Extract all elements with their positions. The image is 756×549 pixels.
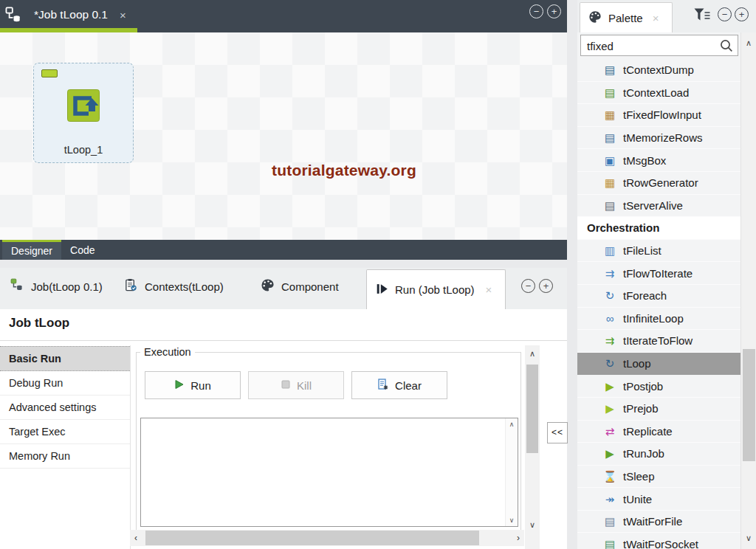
collapse-panel-button[interactable]: << [547, 422, 568, 443]
console-scrollbar[interactable]: ∧ ∨ [505, 418, 518, 526]
palette-item-label: tServerAlive [623, 199, 683, 212]
twaitforsocket-icon: ▤ [602, 539, 617, 549]
scroll-up-icon[interactable]: ∧ [741, 38, 756, 48]
minimize-icon[interactable]: − [521, 279, 535, 293]
palette-header: Palette × − + [577, 0, 756, 32]
scrollbar-thumb[interactable] [526, 365, 538, 453]
tab-designer[interactable]: Designer [2, 240, 61, 260]
job-document-tab[interactable]: *Job tLoop 0.1 × [27, 0, 134, 30]
palette-item-tfilelist[interactable]: ▥tFileList [577, 240, 740, 263]
horizontal-scrollbar[interactable]: ‹ › [130, 530, 524, 546]
run-menu-basic-run[interactable]: Basic Run [0, 346, 130, 371]
kill-button-label: Kill [297, 379, 312, 392]
palette-item-tprejob[interactable]: ▶tPrejob [577, 398, 740, 421]
scrollbar-thumb[interactable] [743, 349, 755, 461]
palette-item-twaitforfile[interactable]: ▤tWaitForFile [577, 511, 740, 534]
palette-item-label: tSleep [623, 470, 655, 483]
palette-item-trunjob[interactable]: ▶tRunJob [577, 443, 740, 466]
palette-item-titeratetoflow[interactable]: ⇉tIterateToFlow [577, 330, 740, 353]
design-canvas[interactable]: tLoop_1 tutorialgateway.org [0, 32, 567, 240]
palette-section-orchestration[interactable]: Orchestration [577, 217, 740, 240]
scrollbar-thumb[interactable] [145, 531, 479, 545]
palette-item-tunite[interactable]: ↠tUnite [577, 488, 740, 511]
run-menu-debug-run[interactable]: Debug Run [0, 371, 130, 396]
palette-item-tflowtoiterate[interactable]: ⇉tFlowToIterate [577, 262, 740, 285]
tab-palette[interactable]: Palette × [580, 2, 673, 32]
tserveralive-icon: ▤ [602, 200, 617, 211]
palette-item-tforeach[interactable]: ↻tForeach [577, 285, 740, 308]
bottom-panel-tabbar: Job(tLoop 0.1) Contexts(tLoop) Component… [0, 268, 567, 309]
palette-item-twaitforsocket[interactable]: ▤tWaitForSocket [577, 533, 740, 549]
execution-console[interactable]: ∧ ∨ [140, 418, 518, 527]
titeratetoflow-icon: ⇉ [602, 335, 617, 346]
palette-item-label: tLoop [623, 357, 651, 370]
component-label: tLoop_1 [34, 144, 133, 156]
palette-item-tmemorizerows[interactable]: ▤tMemorizeRows [577, 127, 740, 150]
watermark-text: tutorialgateway.org [272, 162, 416, 179]
maximize-icon[interactable]: + [547, 4, 561, 18]
tab-contexts[interactable]: Contexts(tLoop) [124, 278, 224, 294]
palette-item-label: tFlowToIterate [623, 267, 693, 280]
tab-code[interactable]: Code [61, 240, 103, 260]
component-status-pill [41, 69, 58, 77]
palette-item-tmsgbox[interactable]: ▣tMsgBox [577, 149, 740, 172]
clear-button[interactable]: Clear [351, 371, 447, 399]
palette-item-tpostjob[interactable]: ▶tPostjob [577, 375, 740, 398]
run-menu-target-exec[interactable]: Target Exec [0, 420, 130, 444]
run-tab-icon [376, 283, 388, 297]
palette-item-tloop[interactable]: ↻tLoop [577, 353, 740, 376]
minimize-icon[interactable]: − [529, 4, 543, 18]
palette-item-tinfiniteloop[interactable]: ∞tInfiniteLoop [577, 308, 740, 331]
palette-icon [588, 10, 602, 26]
scroll-right-icon[interactable]: › [517, 533, 520, 543]
run-button[interactable]: Run [145, 371, 241, 399]
tmsgbox-icon: ▣ [602, 155, 617, 166]
palette-search-input[interactable] [585, 37, 714, 55]
palette-item-trowgenerator[interactable]: ▦tRowGenerator [577, 172, 740, 195]
clear-log-icon [377, 379, 389, 393]
tab-run[interactable]: Run (Job tLoop) × [366, 269, 506, 309]
vertical-scrollbar[interactable]: ∧ ∨ [525, 345, 540, 549]
tab-job-view[interactable]: Job(tLoop 0.1) [10, 278, 103, 294]
tab-job-view-label: Job(tLoop 0.1) [31, 280, 103, 293]
run-button-label: Run [190, 379, 211, 392]
palette-item-treplicate[interactable]: ⇄tReplicate [577, 421, 740, 443]
close-icon[interactable]: × [486, 283, 492, 296]
minimize-icon[interactable]: − [718, 7, 732, 21]
tfilelist-icon: ▥ [602, 245, 617, 256]
kill-button[interactable]: Kill [248, 371, 344, 399]
divider [130, 345, 131, 549]
scroll-up-icon[interactable]: ∧ [525, 349, 540, 359]
palette-item-tcontextload[interactable]: ▤tContextLoad [577, 82, 740, 105]
palette-item-tfixedflowinput[interactable]: ▦tFixedFlowInput [577, 104, 740, 127]
close-icon[interactable]: × [653, 12, 659, 24]
palette-item-tserveralive[interactable]: ▤tServerAlive [577, 195, 740, 218]
tloop-component-icon [66, 89, 100, 125]
filter-icon[interactable] [693, 7, 711, 26]
treplicate-icon: ⇄ [602, 426, 617, 437]
run-menu-advanced-settings[interactable]: Advanced settings [0, 396, 130, 420]
scroll-down-icon[interactable]: ∨ [525, 520, 540, 530]
run-view-menu: Basic RunDebug RunAdvanced settingsTarge… [0, 346, 130, 469]
palette-item-label: tWaitForSocket [623, 538, 698, 549]
palette-scrollbar[interactable]: ∧ ∨ [740, 32, 756, 549]
tab-component[interactable]: Component [261, 278, 339, 294]
close-icon[interactable]: × [120, 9, 126, 21]
palette-item-tsleep[interactable]: ⌛tSleep [577, 466, 740, 488]
scroll-left-icon[interactable]: ‹ [134, 533, 137, 543]
run-menu-memory-run[interactable]: Memory Run [0, 444, 130, 469]
maximize-icon[interactable]: + [539, 279, 553, 293]
palette-item-label: tUnite [623, 493, 652, 505]
trunjob-icon: ▶ [602, 448, 617, 459]
talend-studio-window: *Job tLoop 0.1 × − + tLoop_1 tutorialgat… [0, 0, 756, 549]
run-view: Job tLoop Basic RunDebug RunAdvanced set… [0, 309, 567, 549]
palette-item-label: tMemorizeRows [623, 131, 703, 144]
scroll-up-icon[interactable]: ∧ [506, 421, 518, 428]
palette-item-tcontextdump[interactable]: ▤tContextDump [577, 59, 740, 82]
search-icon[interactable] [719, 38, 734, 56]
tloop-component[interactable]: tLoop_1 [33, 63, 134, 163]
kill-stop-icon [281, 379, 291, 392]
scroll-down-icon[interactable]: ∨ [506, 517, 518, 524]
scroll-down-icon[interactable]: ∨ [741, 534, 756, 543]
maximize-icon[interactable]: + [735, 7, 749, 21]
